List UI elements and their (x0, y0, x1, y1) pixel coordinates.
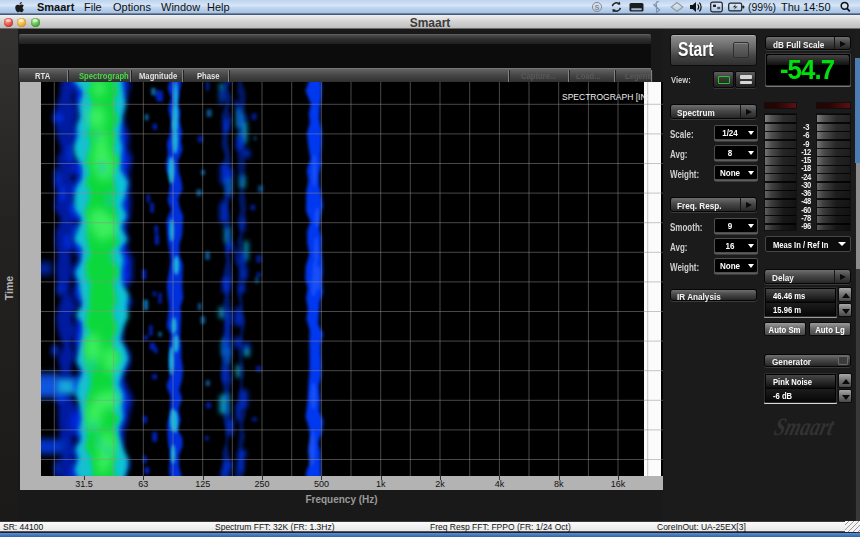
svg-text:S: S (595, 4, 600, 11)
